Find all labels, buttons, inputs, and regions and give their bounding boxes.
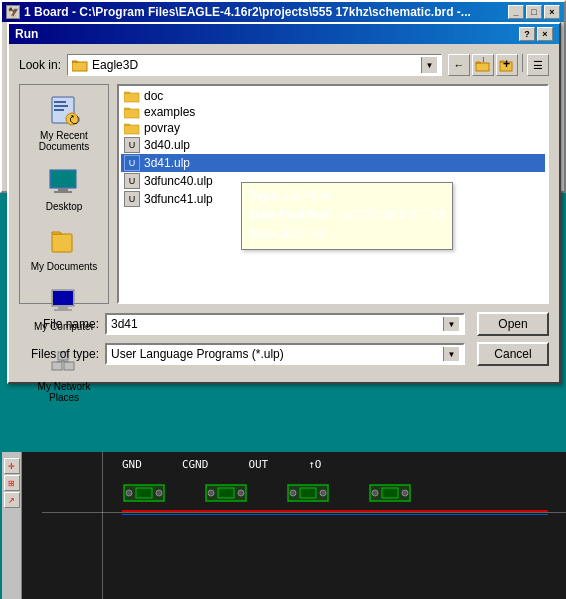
filetype-combo[interactable]: User Language Programs (*.ulp) ▼	[105, 343, 465, 365]
cancel-area: Cancel	[477, 342, 549, 366]
dialog-help-button[interactable]: ?	[519, 27, 535, 41]
filetype-arrow[interactable]: ▼	[443, 347, 459, 361]
up-folder-icon: ↑	[475, 57, 491, 73]
svg-rect-15	[52, 234, 72, 252]
pcb-label-extra: ↑O	[308, 458, 321, 471]
svg-rect-12	[51, 171, 75, 187]
bottom-section: File name: 3d41 ▼ Open Files of type: Us…	[19, 312, 549, 366]
filename-povray: povray	[144, 121, 180, 135]
pcb-comp-4	[368, 480, 412, 506]
dialog-close-button[interactable]: ×	[537, 27, 553, 41]
svg-rect-28	[124, 125, 139, 134]
sidebar-label-desktop: Desktop	[46, 201, 83, 212]
pcb-blue-line	[122, 514, 548, 515]
maximize-button[interactable]: □	[526, 5, 542, 19]
file-item-doc[interactable]: doc	[121, 88, 545, 104]
action-buttons: Open	[477, 312, 549, 336]
nav-sidebar: ⭮ My RecentDocuments	[19, 84, 109, 304]
filename-3d41: 3d41.ulp	[144, 156, 190, 170]
svg-rect-7	[54, 105, 68, 107]
canvas-toolbar: ✛ ⊞ ↗	[2, 452, 22, 599]
dialog-content: Look in: Eagle3D ▼ ←	[9, 44, 559, 382]
sidebar-item-documents[interactable]: My Documents	[23, 220, 105, 278]
svg-rect-32	[136, 488, 152, 498]
file-item-3d41[interactable]: U 3d41.ulp Type: ULP File Date Modified:…	[121, 154, 545, 172]
look-in-value: Eagle3D	[92, 58, 138, 72]
app-icon: 🦅	[6, 5, 20, 19]
sidebar-label-network: My NetworkPlaces	[38, 381, 91, 403]
svg-rect-36	[218, 488, 234, 498]
svg-point-43	[402, 490, 408, 496]
recent-icon: ⭮	[48, 95, 80, 127]
run-dialog: Run ? × Look in: Eagle3D ▼	[7, 22, 561, 384]
tooltip: Type: ULP File Date Modified: 11/27/2006…	[241, 182, 453, 250]
desktop-icon	[48, 166, 80, 198]
filename-input-value: 3d41	[111, 317, 443, 331]
sidebar-item-desktop[interactable]: Desktop	[23, 160, 105, 218]
ulp-icon: U	[124, 137, 140, 153]
main-titlebar: 🦅 1 Board - C:\Program Files\EAGLE-4.16r…	[2, 2, 564, 22]
new-folder-button[interactable]: +	[496, 54, 518, 76]
svg-rect-21	[64, 362, 74, 370]
file-item-3d40[interactable]: U 3d40.ulp	[121, 136, 545, 154]
pcb-label-cgnd: CGND	[182, 458, 209, 471]
crosshair-v	[102, 452, 103, 599]
folder-icon	[124, 121, 140, 135]
file-item-examples[interactable]: examples	[121, 104, 545, 120]
svg-rect-17	[53, 291, 73, 305]
filetype-label: Files of type:	[19, 347, 99, 361]
sidebar-item-recent[interactable]: ⭮ My RecentDocuments	[23, 89, 105, 158]
sidebar-label-documents: My Documents	[31, 261, 98, 272]
cancel-button[interactable]: Cancel	[477, 342, 549, 366]
filename-3dfunc40: 3dfunc40.ulp	[144, 174, 213, 188]
crosshair-h	[42, 512, 566, 513]
svg-rect-8	[54, 109, 64, 111]
svg-rect-13	[58, 188, 68, 191]
sidebar-label-recent: My RecentDocuments	[39, 130, 90, 152]
tool-cursor[interactable]: ✛	[4, 458, 20, 474]
svg-rect-6	[54, 101, 66, 103]
open-button[interactable]: Open	[477, 312, 549, 336]
svg-point-42	[372, 490, 378, 496]
dialog-title-label: Run	[15, 27, 38, 41]
filename-input[interactable]: 3d41 ▼	[105, 313, 465, 335]
svg-point-39	[320, 490, 326, 496]
minimize-button[interactable]: _	[508, 5, 524, 19]
dialog-titlebar: Run ? ×	[9, 24, 559, 44]
pcb-comp-2	[204, 480, 248, 506]
up-folder-button[interactable]: ↑	[472, 54, 494, 76]
svg-rect-20	[52, 362, 62, 370]
tool-move[interactable]: ↗	[4, 492, 20, 508]
back-button[interactable]: ←	[448, 54, 470, 76]
filename-arrow[interactable]: ▼	[443, 317, 459, 331]
close-main-button[interactable]: ×	[544, 5, 560, 19]
svg-point-34	[208, 490, 214, 496]
separator	[522, 54, 523, 72]
pcb-canvas: ✛ ⊞ ↗ GND CGND OUT ↑O	[2, 452, 566, 599]
filename-label: File name:	[19, 317, 99, 331]
new-folder-icon: +	[499, 57, 515, 73]
svg-point-35	[238, 490, 244, 496]
filename-examples: examples	[144, 105, 195, 119]
documents-icon	[48, 226, 80, 258]
tool-grid[interactable]: ⊞	[4, 475, 20, 491]
svg-point-38	[290, 490, 296, 496]
tooltip-type-label: Type:	[250, 189, 281, 203]
computer-icon	[48, 286, 80, 318]
svg-rect-18	[58, 306, 68, 309]
folder-icon	[124, 105, 140, 119]
look-in-combo[interactable]: Eagle3D ▼	[67, 54, 442, 76]
svg-point-30	[126, 490, 132, 496]
pcb-comp-svg-3	[286, 480, 330, 506]
view-button[interactable]: ☰	[527, 54, 549, 76]
file-item-povray[interactable]: povray	[121, 120, 545, 136]
svg-rect-27	[124, 109, 139, 118]
tooltip-modified-label: Date Modified:	[250, 208, 333, 222]
pcb-comp-3	[286, 480, 330, 506]
look-in-arrow[interactable]: ▼	[421, 57, 437, 73]
folder-icon-small	[72, 58, 88, 72]
pcb-view: GND CGND OUT ↑O	[22, 452, 566, 599]
pcb-comp-svg-1	[122, 480, 166, 506]
file-list[interactable]: doc examples povray	[117, 84, 549, 304]
ulp-icon-selected: U	[124, 155, 140, 171]
